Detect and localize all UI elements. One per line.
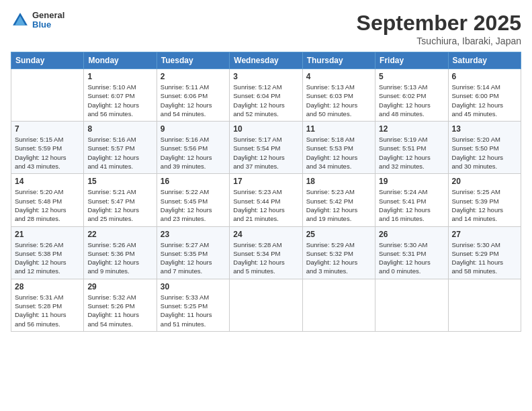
calendar-cell [375, 279, 448, 331]
day-info: Sunrise: 5:18 AM Sunset: 5:53 PM Dayligh… [306, 135, 371, 171]
day-number: 10 [233, 124, 298, 134]
day-info: Sunrise: 5:25 AM Sunset: 5:39 PM Dayligh… [452, 187, 517, 223]
day-info: Sunrise: 5:26 AM Sunset: 5:38 PM Dayligh… [15, 240, 80, 276]
weekday-header-sunday: Sunday [11, 52, 84, 69]
day-info: Sunrise: 5:16 AM Sunset: 5:56 PM Dayligh… [161, 135, 226, 171]
calendar-cell: 22Sunrise: 5:26 AM Sunset: 5:36 PM Dayli… [84, 226, 157, 279]
day-info: Sunrise: 5:24 AM Sunset: 5:41 PM Dayligh… [379, 187, 444, 223]
calendar-cell: 30Sunrise: 5:33 AM Sunset: 5:25 PM Dayli… [157, 279, 229, 331]
calendar-cell: 7Sunrise: 5:15 AM Sunset: 5:59 PM Daylig… [11, 122, 84, 174]
day-number: 24 [233, 230, 298, 239]
calendar-week-1: 1Sunrise: 5:10 AM Sunset: 6:07 PM Daylig… [11, 69, 521, 122]
day-info: Sunrise: 5:30 AM Sunset: 5:29 PM Dayligh… [452, 240, 517, 276]
calendar-cell: 13Sunrise: 5:20 AM Sunset: 5:50 PM Dayli… [448, 122, 521, 174]
day-number: 30 [161, 282, 226, 291]
day-info: Sunrise: 5:12 AM Sunset: 6:04 PM Dayligh… [233, 83, 298, 118]
calendar-header-row: SundayMondayTuesdayWednesdayThursdayFrid… [11, 52, 521, 69]
logo-icon [11, 11, 30, 30]
day-info: Sunrise: 5:13 AM Sunset: 6:03 PM Dayligh… [306, 83, 371, 118]
day-number: 19 [379, 177, 444, 186]
calendar-table: SundayMondayTuesdayWednesdayThursdayFrid… [11, 52, 521, 332]
calendar-cell: 14Sunrise: 5:20 AM Sunset: 5:48 PM Dayli… [11, 174, 84, 226]
logo-general-text: General [32, 11, 64, 20]
day-number: 7 [15, 124, 80, 134]
calendar-cell: 15Sunrise: 5:21 AM Sunset: 5:47 PM Dayli… [84, 174, 157, 226]
calendar-week-5: 28Sunrise: 5:31 AM Sunset: 5:28 PM Dayli… [11, 279, 521, 331]
calendar-cell: 25Sunrise: 5:29 AM Sunset: 5:32 PM Dayli… [302, 226, 375, 279]
weekday-header-friday: Friday [375, 52, 448, 69]
calendar-week-3: 14Sunrise: 5:20 AM Sunset: 5:48 PM Dayli… [11, 174, 521, 226]
calendar-cell: 23Sunrise: 5:27 AM Sunset: 5:35 PM Dayli… [157, 226, 229, 279]
calendar-cell: 10Sunrise: 5:17 AM Sunset: 5:54 PM Dayli… [230, 122, 302, 174]
day-info: Sunrise: 5:16 AM Sunset: 5:57 PM Dayligh… [87, 135, 152, 171]
calendar-cell: 27Sunrise: 5:30 AM Sunset: 5:29 PM Dayli… [448, 226, 521, 279]
calendar-cell: 21Sunrise: 5:26 AM Sunset: 5:38 PM Dayli… [11, 226, 84, 279]
day-number: 3 [233, 72, 298, 81]
calendar-cell: 26Sunrise: 5:30 AM Sunset: 5:31 PM Dayli… [375, 226, 448, 279]
day-info: Sunrise: 5:10 AM Sunset: 6:07 PM Dayligh… [87, 83, 152, 118]
day-number: 6 [452, 72, 517, 81]
weekday-header-saturday: Saturday [448, 52, 521, 69]
day-number: 11 [306, 124, 371, 134]
day-info: Sunrise: 5:23 AM Sunset: 5:42 PM Dayligh… [306, 187, 371, 223]
calendar-cell: 29Sunrise: 5:32 AM Sunset: 5:26 PM Dayli… [84, 279, 157, 331]
day-info: Sunrise: 5:19 AM Sunset: 5:51 PM Dayligh… [379, 135, 444, 171]
month-title: September 2025 [357, 11, 521, 36]
day-number: 9 [161, 124, 226, 134]
calendar-cell: 19Sunrise: 5:24 AM Sunset: 5:41 PM Dayli… [375, 174, 448, 226]
calendar-cell: 28Sunrise: 5:31 AM Sunset: 5:28 PM Dayli… [11, 279, 84, 331]
day-number: 2 [161, 72, 226, 81]
day-info: Sunrise: 5:14 AM Sunset: 6:00 PM Dayligh… [452, 83, 517, 118]
day-info: Sunrise: 5:11 AM Sunset: 6:06 PM Dayligh… [161, 83, 226, 118]
calendar-cell: 2Sunrise: 5:11 AM Sunset: 6:06 PM Daylig… [157, 69, 229, 122]
title-area: September 2025 Tsuchiura, Ibaraki, Japan [357, 11, 521, 46]
day-number: 27 [452, 230, 517, 239]
day-info: Sunrise: 5:30 AM Sunset: 5:31 PM Dayligh… [379, 240, 444, 276]
day-number: 14 [15, 177, 80, 186]
day-number: 18 [306, 177, 371, 186]
day-info: Sunrise: 5:22 AM Sunset: 5:45 PM Dayligh… [161, 187, 226, 223]
calendar-cell [11, 69, 84, 122]
day-number: 4 [306, 72, 371, 81]
calendar-cell [302, 279, 375, 331]
calendar-cell: 8Sunrise: 5:16 AM Sunset: 5:57 PM Daylig… [84, 122, 157, 174]
calendar-cell: 3Sunrise: 5:12 AM Sunset: 6:04 PM Daylig… [230, 69, 302, 122]
day-number: 22 [87, 230, 152, 239]
day-number: 12 [379, 124, 444, 134]
day-number: 15 [87, 177, 152, 186]
calendar-cell: 20Sunrise: 5:25 AM Sunset: 5:39 PM Dayli… [448, 174, 521, 226]
location: Tsuchiura, Ibaraki, Japan [357, 36, 521, 46]
day-info: Sunrise: 5:15 AM Sunset: 5:59 PM Dayligh… [15, 135, 80, 171]
weekday-header-thursday: Thursday [302, 52, 375, 69]
logo-blue-text: Blue [32, 20, 64, 30]
calendar-cell [448, 279, 521, 331]
calendar-cell: 6Sunrise: 5:14 AM Sunset: 6:00 PM Daylig… [448, 69, 521, 122]
weekday-header-wednesday: Wednesday [230, 52, 302, 69]
day-info: Sunrise: 5:31 AM Sunset: 5:28 PM Dayligh… [15, 293, 80, 328]
logo-text: General Blue [32, 11, 64, 30]
day-number: 29 [87, 282, 152, 291]
calendar-cell: 24Sunrise: 5:28 AM Sunset: 5:34 PM Dayli… [230, 226, 302, 279]
day-number: 1 [87, 72, 152, 81]
day-number: 23 [161, 230, 226, 239]
calendar-week-2: 7Sunrise: 5:15 AM Sunset: 5:59 PM Daylig… [11, 122, 521, 174]
day-number: 16 [161, 177, 226, 186]
day-info: Sunrise: 5:29 AM Sunset: 5:32 PM Dayligh… [306, 240, 371, 276]
day-info: Sunrise: 5:21 AM Sunset: 5:47 PM Dayligh… [87, 187, 152, 223]
weekday-header-tuesday: Tuesday [157, 52, 229, 69]
day-info: Sunrise: 5:20 AM Sunset: 5:48 PM Dayligh… [15, 187, 80, 223]
day-info: Sunrise: 5:17 AM Sunset: 5:54 PM Dayligh… [233, 135, 298, 171]
calendar-cell [230, 279, 302, 331]
calendar-cell: 4Sunrise: 5:13 AM Sunset: 6:03 PM Daylig… [302, 69, 375, 122]
calendar-cell: 1Sunrise: 5:10 AM Sunset: 6:07 PM Daylig… [84, 69, 157, 122]
calendar-cell: 9Sunrise: 5:16 AM Sunset: 5:56 PM Daylig… [157, 122, 229, 174]
day-info: Sunrise: 5:23 AM Sunset: 5:44 PM Dayligh… [233, 187, 298, 223]
day-info: Sunrise: 5:27 AM Sunset: 5:35 PM Dayligh… [161, 240, 226, 276]
day-info: Sunrise: 5:26 AM Sunset: 5:36 PM Dayligh… [87, 240, 152, 276]
calendar-cell: 17Sunrise: 5:23 AM Sunset: 5:44 PM Dayli… [230, 174, 302, 226]
day-info: Sunrise: 5:13 AM Sunset: 6:02 PM Dayligh… [379, 83, 444, 118]
day-number: 20 [452, 177, 517, 186]
day-number: 8 [87, 124, 152, 134]
logo: General Blue [11, 11, 64, 30]
day-number: 5 [379, 72, 444, 81]
